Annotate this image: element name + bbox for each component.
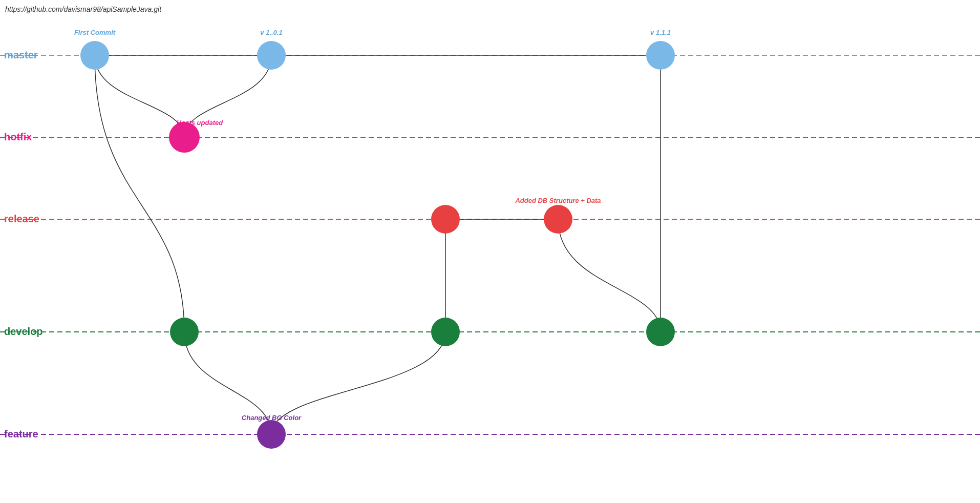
commit-label-v101: v 1..0.1 (260, 29, 282, 36)
commit-develop-1[interactable] (170, 318, 199, 346)
branch-label-hotfix: hotfix (4, 131, 32, 142)
branch-label-release: release (4, 213, 39, 224)
commit-label-changed-bg: Changed BG Color (242, 414, 302, 422)
branch-label-develop: develop (4, 326, 43, 337)
commit-master-1[interactable] (80, 41, 109, 70)
commit-label-first-commit: First Commit (74, 29, 116, 36)
branch-label-feature: feature (4, 428, 38, 439)
commit-release-1[interactable] (431, 205, 460, 234)
commit-label-v111: v 1.1.1 (650, 29, 671, 36)
commit-label-added-db: Added DB Structure + Data (515, 197, 601, 204)
commit-develop-3[interactable] (646, 318, 675, 346)
commit-master-2[interactable] (257, 41, 286, 70)
commit-hotfix-1[interactable] (169, 122, 200, 153)
commit-release-2[interactable] (544, 205, 572, 234)
commit-develop-2[interactable] (431, 318, 460, 346)
commit-feature-1[interactable] (257, 420, 286, 449)
git-graph: master hotfix release develop feature (0, 0, 980, 503)
commit-master-3[interactable] (646, 41, 675, 70)
commit-label-hosts-updated: Hosts updated (177, 119, 223, 127)
branch-label-master: master (4, 49, 38, 60)
